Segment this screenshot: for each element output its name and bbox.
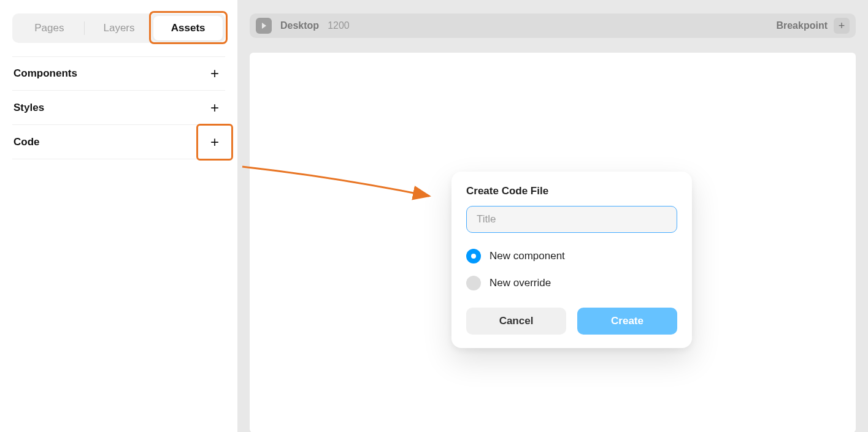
breakpoint-bar: Desktop 1200 Breakpoint + <box>250 13 856 38</box>
section-styles[interactable]: Styles + <box>12 91 225 125</box>
sidebar-panel: Pages Layers Assets Components + Styles … <box>0 0 237 432</box>
breakpoint-info: Desktop 1200 <box>256 18 350 34</box>
radio-new-component[interactable]: New component <box>466 249 677 263</box>
modal-buttons: Cancel Create <box>466 308 677 335</box>
code-file-title-input[interactable] <box>466 206 677 233</box>
add-breakpoint-button[interactable]: + <box>834 18 850 34</box>
add-code-button[interactable]: + <box>205 133 224 151</box>
breakpoint-controls: Breakpoint + <box>776 18 850 34</box>
plus-icon: + <box>210 99 219 116</box>
radio-unchecked-icon <box>466 276 481 290</box>
tab-layers[interactable]: Layers <box>85 16 154 40</box>
section-components[interactable]: Components + <box>12 56 225 91</box>
add-component-button[interactable]: + <box>205 64 224 83</box>
section-code-label: Code <box>13 136 40 148</box>
cancel-button[interactable]: Cancel <box>466 308 566 335</box>
radio-checked-icon <box>466 249 481 263</box>
breakpoint-size: 1200 <box>328 20 350 31</box>
tab-pages[interactable]: Pages <box>15 16 84 40</box>
section-code[interactable]: Code + <box>12 125 225 159</box>
radio-new-override[interactable]: New override <box>466 276 677 290</box>
plus-icon: + <box>210 65 219 82</box>
create-code-file-modal: Create Code File New component New overr… <box>451 172 692 348</box>
add-style-button[interactable]: + <box>205 99 224 117</box>
section-styles-label: Styles <box>13 102 44 114</box>
breakpoint-title: Desktop <box>280 20 319 31</box>
radio-new-override-label: New override <box>490 277 551 289</box>
section-components-label: Components <box>13 67 77 80</box>
play-icon[interactable] <box>256 18 272 34</box>
plus-icon: + <box>839 20 845 32</box>
breakpoint-label: Breakpoint <box>776 20 828 31</box>
plus-icon: + <box>210 134 219 151</box>
tab-assets[interactable]: Assets <box>153 16 223 40</box>
modal-title: Create Code File <box>466 185 677 197</box>
create-button[interactable]: Create <box>577 308 677 335</box>
radio-new-component-label: New component <box>490 250 565 262</box>
code-file-type-group: New component New override <box>466 249 677 290</box>
tab-strip: Pages Layers Assets <box>12 13 225 43</box>
